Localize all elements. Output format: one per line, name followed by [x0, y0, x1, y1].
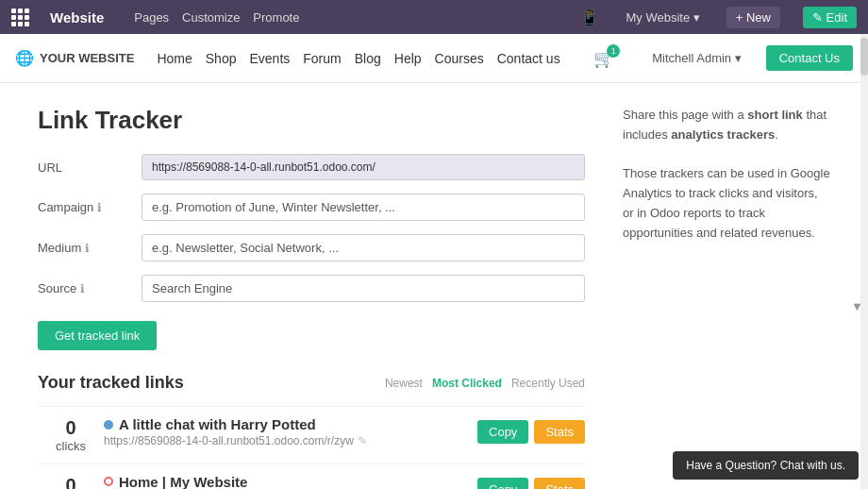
click-count-1: 0 — [38, 474, 104, 489]
globe-icon: 🌐 — [15, 49, 34, 67]
sort-newest[interactable]: Newest — [385, 377, 423, 390]
source-label: Source ℹ — [38, 281, 142, 295]
my-website-link[interactable]: My Website ▾ — [626, 10, 699, 25]
main-content: Link Tracker URL Campaign ℹ e.g. Promoti… — [0, 83, 868, 489]
site-navbar: 🌐 YOUR WEBSITE Home Shop Events Forum Bl… — [0, 34, 868, 83]
url-input[interactable] — [142, 154, 585, 180]
grid-icon[interactable] — [11, 8, 29, 26]
source-row: Source ℹ Search Engine ▾ — [38, 275, 585, 302]
link-edit-icon-0[interactable]: ✎ — [358, 434, 367, 447]
campaign-select[interactable]: e.g. Promotion of June, Winter Newslette… — [142, 194, 585, 221]
stats-button-1[interactable]: Stats — [534, 478, 585, 489]
source-select-wrap: Search Engine ▾ — [142, 275, 585, 302]
analytics-bold: analytics trackers — [671, 127, 775, 142]
campaign-row: Campaign ℹ e.g. Promotion of June, Winte… — [38, 194, 585, 221]
click-count-0: 0 — [38, 416, 104, 439]
stats-button-0[interactable]: Stats — [534, 420, 585, 444]
left-panel: Link Tracker URL Campaign ℹ e.g. Promoti… — [38, 106, 585, 489]
nav-shop[interactable]: Shop — [206, 51, 237, 66]
right-panel-text: Share this page with a short link that i… — [623, 106, 830, 145]
nav-courses[interactable]: Courses — [435, 51, 484, 66]
nav-blog[interactable]: Blog — [355, 51, 381, 66]
right-panel: Share this page with a short link that i… — [623, 106, 830, 489]
url-input-wrap — [142, 154, 585, 180]
site-name: Website — [50, 9, 104, 25]
nav-promote[interactable]: Promote — [253, 10, 299, 25]
nav-pages[interactable]: Pages — [134, 10, 169, 25]
nav-customize[interactable]: Customize — [182, 10, 240, 25]
link-name-1: Home | My Website — [119, 474, 247, 489]
scroll-track — [860, 34, 868, 489]
mobile-icon: 📱 — [580, 8, 599, 26]
admin-bar: Website Pages Customize Promote 📱 My Web… — [0, 0, 868, 34]
url-row: URL — [38, 154, 585, 180]
link-name-0: A little chat with Harry Potted — [119, 416, 316, 432]
chat-widget[interactable]: Have a Question? Chat with us. — [673, 451, 859, 480]
sort-most-clicked[interactable]: Most Clicked — [432, 377, 502, 390]
link-info-0: A little chat with Harry Potted https://… — [104, 416, 468, 447]
campaign-label: Campaign ℹ — [38, 200, 142, 214]
logo-text: YOUR WEBSITE — [40, 51, 134, 65]
status-dot-1 — [104, 477, 113, 486]
tracked-links-section: Your tracked links Newest Most Clicked R… — [38, 373, 585, 489]
campaign-select-wrap: e.g. Promotion of June, Winter Newslette… — [142, 194, 585, 221]
link-title-0: A little chat with Harry Potted — [104, 416, 468, 432]
nav-contact-us[interactable]: Contact us — [497, 51, 560, 66]
medium-row: Medium ℹ e.g. Newsletter, Social Network… — [38, 234, 585, 261]
link-info-1: Home | My Website https://8569088-14-0-a… — [104, 474, 468, 489]
cart-badge: 1 — [607, 44, 620, 58]
cart-icon[interactable]: 🛒1 — [593, 48, 614, 69]
medium-info-icon[interactable]: ℹ — [85, 242, 90, 255]
link-clicks-0: 0 clicks — [38, 416, 104, 454]
nav-events[interactable]: Events — [249, 51, 290, 66]
clicks-label-0: clicks — [38, 439, 104, 454]
sort-recently-used[interactable]: Recently Used — [511, 377, 585, 390]
contact-us-button[interactable]: Contact Us — [766, 45, 853, 71]
link-url-0: https://8569088-14-0-all.runbot51.odoo.c… — [104, 434, 468, 447]
get-tracked-link-button[interactable]: Get tracked link — [38, 321, 157, 350]
link-url-text-0: https://8569088-14-0-all.runbot51.odoo.c… — [104, 434, 354, 447]
source-info-icon[interactable]: ℹ — [80, 282, 85, 295]
medium-label: Medium ℹ — [38, 241, 142, 255]
link-item: 0 clicks Home | My Website https://85690… — [38, 464, 585, 489]
url-label: URL — [38, 160, 142, 175]
link-clicks-1: 0 clicks — [38, 474, 104, 489]
page-title: Link Tracker — [38, 106, 585, 135]
admin-nav: Pages Customize Promote — [134, 9, 309, 25]
link-actions-1: Copy Stats — [477, 478, 585, 489]
short-link-bold: short link — [747, 108, 803, 122]
site-logo: 🌐 YOUR WEBSITE — [15, 49, 134, 67]
admin-name[interactable]: Mitchell Admin ▾ — [652, 51, 741, 65]
status-dot-0 — [104, 420, 113, 430]
edit-button[interactable]: ✎ Edit — [803, 7, 857, 28]
medium-select-wrap: e.g. Newsletter, Social Network, ... ▾ — [142, 234, 585, 261]
campaign-info-icon[interactable]: ℹ — [97, 201, 102, 214]
copy-button-0[interactable]: Copy — [477, 420, 528, 444]
link-actions-0: Copy Stats — [477, 420, 585, 444]
scroll-thumb[interactable] — [860, 38, 868, 76]
nav-help[interactable]: Help — [394, 51, 422, 66]
right-panel-desc: Those trackers can be used in Google Ana… — [623, 164, 830, 243]
copy-button-1[interactable]: Copy — [477, 478, 528, 489]
link-title-1: Home | My Website — [104, 474, 468, 489]
link-item: 0 clicks A little chat with Harry Potted… — [38, 406, 585, 464]
sort-options: Newest Most Clicked Recently Used — [385, 377, 585, 390]
tracked-links-header: Your tracked links Newest Most Clicked R… — [38, 373, 585, 393]
new-button[interactable]: + New — [726, 7, 780, 28]
tracked-links-title: Your tracked links — [38, 373, 385, 393]
source-select[interactable]: Search Engine — [142, 275, 585, 302]
nav-forum[interactable]: Forum — [303, 51, 341, 66]
nav-home[interactable]: Home — [157, 51, 192, 66]
medium-select[interactable]: e.g. Newsletter, Social Network, ... — [142, 234, 585, 261]
